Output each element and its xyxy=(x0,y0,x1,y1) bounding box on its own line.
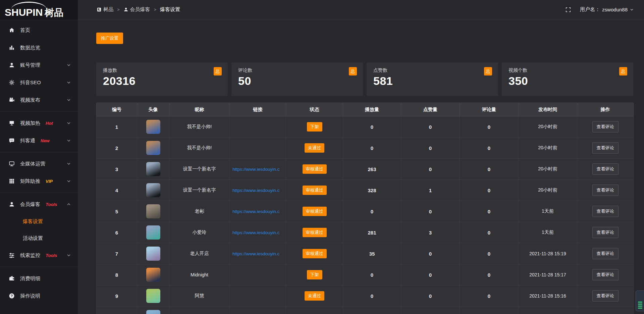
breadcrumb-item[interactable]: 爆客设置 xyxy=(160,6,180,13)
sliders-icon xyxy=(9,252,15,258)
comments-cell: 0 xyxy=(460,243,519,264)
chevron-down-icon xyxy=(630,7,634,12)
sidebar-item[interactable]: 抖音SEO xyxy=(0,74,78,91)
view-comments-button[interactable]: 查看评论 xyxy=(592,290,619,302)
view-comments-button[interactable]: 查看评论 xyxy=(592,185,619,196)
main-column: 树品>会员爆客>爆客设置 用户名： zswodun88 推广设置 播放数 xyxy=(78,0,644,314)
nickname-cell: 阿慧 xyxy=(169,285,230,307)
username-value: zswodun88 xyxy=(602,7,628,12)
sidebar-item[interactable]: 首页 xyxy=(0,21,78,39)
app-logo[interactable]: SHUPIN 树品 xyxy=(0,0,78,19)
chevron-down-icon xyxy=(66,161,71,166)
action-cell: 查看评论 xyxy=(577,285,634,307)
floating-widget[interactable] xyxy=(636,291,644,311)
table-column-header: 编号 xyxy=(97,103,137,116)
sidebar-item[interactable]: 视频发布 xyxy=(0,91,78,109)
sidebar-item[interactable]: 全媒体运营 xyxy=(0,155,78,172)
video-link[interactable]: https://www.iesdouyin.c xyxy=(230,167,286,172)
stat-label: 点赞数 xyxy=(373,67,491,73)
stat-card: 点赞数581总 xyxy=(367,62,498,96)
status-badge: 审核通过 xyxy=(303,207,327,216)
plays-cell: 0 xyxy=(343,285,401,307)
publish-time-cell: 20小时前 xyxy=(519,159,577,180)
sidebar: SHUPIN 树品 首页数据总览账号管理抖音SEO视频发布视频加热Hot抖客通N… xyxy=(0,0,78,314)
sidebar-nav: 首页数据总览账号管理抖音SEO视频发布视频加热Hot抖客通New全媒体运营矩阵助… xyxy=(0,19,78,314)
chat-icon xyxy=(9,138,15,144)
user-icon xyxy=(123,7,128,12)
plays-cell: 263 xyxy=(343,159,401,180)
sidebar-item[interactable]: ?操作说明 xyxy=(0,287,78,305)
view-comments-button[interactable]: 查看评论 xyxy=(592,269,619,280)
fullscreen-icon[interactable] xyxy=(565,7,571,13)
avatar-cell xyxy=(137,222,169,243)
sidebar-item-label: 矩阵助推 xyxy=(20,178,40,185)
chevron-down-icon xyxy=(66,98,71,102)
nickname-cell: 我不是小帅! xyxy=(169,138,230,159)
sidebar-item[interactable]: 会员爆客Tools xyxy=(0,196,78,213)
chevron-down-icon xyxy=(66,179,71,184)
user-menu[interactable]: 用户名： zswodun88 xyxy=(580,6,634,13)
avatar xyxy=(146,225,160,240)
video-link[interactable]: https://www.iesdouyin.c xyxy=(230,209,286,214)
view-comments-button[interactable]: 查看评论 xyxy=(592,142,619,154)
table-row: 6小爱玲https://www.iesdouyin.c审核通过281301天前查… xyxy=(97,222,634,243)
stat-value: 581 xyxy=(373,74,491,88)
link-cell xyxy=(230,138,286,159)
sidebar-item[interactable]: 线索监控Tools xyxy=(0,247,78,264)
sidebar-item[interactable]: 消费明细 xyxy=(0,270,78,287)
publish-time-cell: 1天前 xyxy=(519,222,577,243)
sidebar-item-badge: Tools xyxy=(46,202,57,207)
status-badge: 审核通过 xyxy=(303,249,327,258)
sidebar-item[interactable]: 数据总览 xyxy=(0,39,78,56)
likes-cell: 0 xyxy=(401,285,460,307)
likes-cell xyxy=(401,307,460,314)
sidebar-item[interactable]: 抖客通New xyxy=(0,132,78,149)
sidebar-item[interactable]: 矩阵助推VIP xyxy=(0,172,78,190)
stats-cards: 播放数20316总评论数50总点赞数581总视频个数350总 xyxy=(96,62,633,96)
sidebar-item-label: 首页 xyxy=(20,27,30,34)
comments-cell: 0 xyxy=(460,180,519,201)
avatar-cell xyxy=(137,116,169,138)
view-comments-button[interactable]: 查看评论 xyxy=(592,206,619,217)
sidebar-subitem[interactable]: 爆客设置 xyxy=(0,213,78,230)
status-cell: 审核通过 xyxy=(286,159,343,180)
view-comments-button[interactable]: 查看评论 xyxy=(592,248,619,259)
sidebar-item[interactable]: 账号管理 xyxy=(0,56,78,74)
sidebar-item-label: 会员爆客 xyxy=(20,201,40,208)
row-number-cell: 4 xyxy=(97,180,137,201)
table-column-header: 操作 xyxy=(577,103,634,116)
view-comments-button[interactable]: 查看评论 xyxy=(592,227,619,238)
view-comments-button[interactable]: 查看评论 xyxy=(592,121,619,133)
breadcrumb-item[interactable]: 会员爆客 xyxy=(123,6,150,13)
table-row: 4设置一个新名字https://www.iesdouyin.c审核通过32810… xyxy=(97,180,634,201)
sidebar-divider xyxy=(0,152,78,152)
status-cell: 审核通过 xyxy=(286,201,343,222)
avatar xyxy=(146,120,160,134)
publish-time-cell: 20小时前 xyxy=(519,138,577,159)
sidebar-divider xyxy=(0,111,78,112)
table-column-header: 发布时间 xyxy=(519,103,577,116)
video-link[interactable]: https://www.iesdouyin.c xyxy=(230,251,286,256)
video-link[interactable]: https://www.iesdouyin.c xyxy=(230,230,286,235)
action-cell: 查看评论 xyxy=(577,138,634,159)
view-comments-button[interactable]: 查看评论 xyxy=(592,163,619,175)
sidebar-item[interactable]: 视频加热Hot xyxy=(0,114,78,132)
row-number-cell: 9 xyxy=(97,285,137,307)
sidebar-subitem[interactable]: 活动设置 xyxy=(0,230,78,247)
action-cell: 查看评论 xyxy=(577,116,634,138)
breadcrumb-item[interactable]: 树品 xyxy=(97,6,113,13)
svg-text:?: ? xyxy=(11,294,13,298)
avatar-cell xyxy=(137,307,169,314)
table-column-header: 状态 xyxy=(286,103,343,116)
widget-bar-decoration xyxy=(638,302,642,303)
breadcrumb-separator: > xyxy=(117,7,120,12)
sidebar-item-label: 消费明细 xyxy=(20,275,40,282)
avatar-cell xyxy=(137,138,169,159)
likes-cell: 0 xyxy=(401,138,460,159)
action-cell: 查看评论 xyxy=(577,159,634,180)
table-column-header: 头像 xyxy=(137,103,169,116)
table-column-header: 链接 xyxy=(230,103,286,116)
nickname-cell: Midnight xyxy=(169,264,230,285)
video-link[interactable]: https://www.iesdouyin.c xyxy=(230,188,286,193)
promo-settings-button[interactable]: 推广设置 xyxy=(96,33,123,44)
